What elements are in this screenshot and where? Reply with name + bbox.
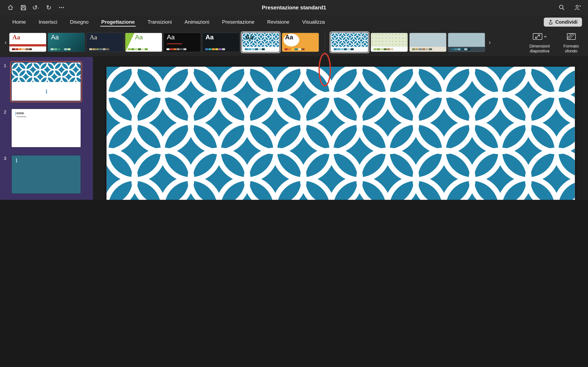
variant-thumbnail[interactable] [371, 33, 408, 52]
slide2-body-line [17, 116, 26, 117]
more-commands-icon[interactable] [56, 3, 67, 12]
search-icon[interactable] [557, 3, 567, 12]
slide-number: 2 [4, 109, 11, 115]
tab-transizioni[interactable]: Transizioni [141, 17, 178, 28]
account-icon[interactable] [572, 3, 583, 12]
powerpoint-window: ↺⌄ ↻ Presentazione standard1 Home Inseri… [0, 0, 588, 200]
tab-animazioni[interactable]: Animazioni [178, 17, 216, 28]
theme-thumbnail[interactable]: Aa [125, 33, 163, 52]
slide-circle-pattern [107, 67, 575, 200]
tab-disegno[interactable]: Disegno [63, 17, 95, 28]
share-icon [548, 19, 553, 25]
tab-revisione[interactable]: Revisione [261, 17, 296, 28]
theme-thumbnail[interactable]: Aa [9, 33, 47, 52]
slide-thumbnail-3[interactable] [11, 155, 81, 194]
slide-editor: FARE CLIC PER INSERIRE IL TITOLO Fare cl… [93, 57, 588, 200]
theme-thumbnail[interactable]: Aa [202, 33, 240, 52]
theme-thumbnail-selected[interactable]: Aa [241, 31, 281, 53]
slide2-title-text: DDDD [17, 112, 24, 115]
text-cursor [15, 111, 16, 115]
slide-number: 3 [4, 155, 11, 161]
canvas-area: FARE CLIC PER INSERIRE IL TITOLO Fare cl… [93, 57, 588, 200]
slide-canvas[interactable]: FARE CLIC PER INSERIRE IL TITOLO Fare cl… [107, 67, 575, 200]
tab-inserisci[interactable]: Inserisci [32, 17, 63, 28]
ribbon-tab-bar: Home Inserisci Disegno Progettazione Tra… [0, 15, 588, 28]
text-cursor [16, 158, 17, 162]
background-format-button[interactable]: Formato sfondo [559, 31, 583, 53]
text-cursor [46, 90, 47, 94]
theme-thumbnail[interactable]: Aa [164, 33, 201, 52]
slide-number: 1 [4, 62, 11, 68]
background-format-icon [566, 33, 576, 41]
slide-size-button[interactable]: Dimensioni diapositiva [525, 31, 554, 53]
share-button[interactable]: Condividi [544, 17, 582, 26]
save-icon[interactable] [18, 3, 28, 12]
theme-thumbnail[interactable]: Aa [282, 33, 319, 52]
gallery-divider [325, 32, 325, 53]
slide-size-icon [532, 33, 543, 41]
tab-progettazione[interactable]: Progettazione [95, 17, 141, 28]
document-title: Presentazione standard1 [0, 4, 588, 10]
redo-icon[interactable]: ↻ [43, 3, 54, 12]
theme-thumbnail[interactable]: Aa [86, 33, 124, 52]
chevron-down-icon [544, 36, 547, 38]
tab-presentazione[interactable]: Presentazione [216, 17, 261, 28]
theme-gallery-prev-icon[interactable]: ‹ [2, 39, 9, 46]
variant-thumbnail[interactable] [448, 33, 485, 52]
title-bar: ↺⌄ ↻ Presentazione standard1 [0, 0, 588, 15]
variant-thumbnail-selected[interactable] [329, 31, 369, 53]
variant-thumbnail[interactable] [409, 33, 447, 52]
slide-thumbnail-panel: 1 2 DDDD 3 [0, 57, 93, 200]
tab-home[interactable]: Home [6, 17, 32, 28]
theme-thumbnail[interactable]: Aa [48, 33, 85, 52]
slide-thumbnail-2[interactable]: DDDD [11, 109, 81, 148]
home-icon[interactable] [5, 3, 16, 12]
ribbon-design: ‹ Aa Aa Aa Aa Aa Aa Aa [0, 28, 588, 57]
slide-thumbnail-1[interactable] [11, 62, 81, 101]
circle-pattern-thumb [12, 63, 81, 82]
tab-visualizza[interactable]: Visualizza [296, 17, 331, 28]
theme-gallery-next-icon[interactable]: › [486, 39, 493, 46]
undo-icon[interactable]: ↺⌄ [31, 3, 41, 12]
